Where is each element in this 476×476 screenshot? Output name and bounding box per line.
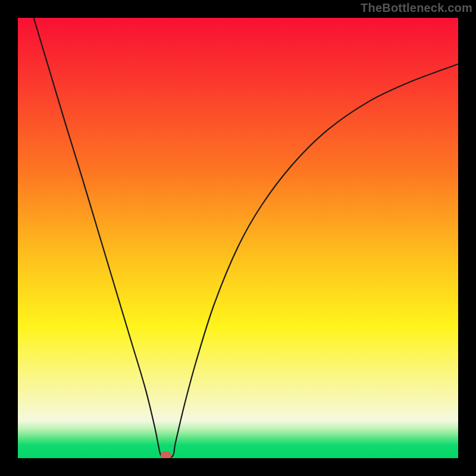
bottleneck-curve: [18, 18, 458, 458]
plot-area: [18, 18, 458, 458]
chart-frame: TheBottleneck.com: [0, 0, 476, 476]
optimal-point-marker: [161, 452, 171, 458]
watermark-label: TheBottleneck.com: [361, 1, 472, 15]
